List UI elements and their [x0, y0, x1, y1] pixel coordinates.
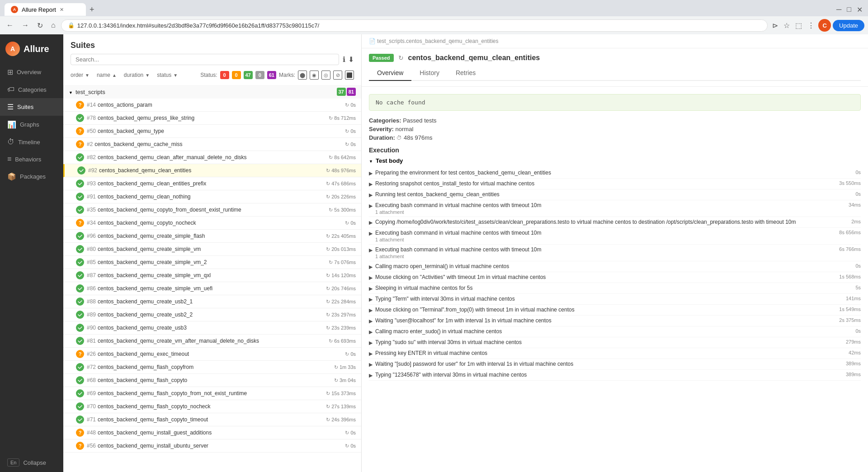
- suite-item[interactable]: ? #2 centos_backend_qemu_cache_miss ↻ 0s: [63, 138, 361, 151]
- forward-button[interactable]: →: [19, 19, 32, 31]
- step-chevron-icon[interactable]: ▶: [369, 230, 373, 236]
- extension-button[interactable]: ⬚: [793, 19, 804, 32]
- suite-item[interactable]: ? #14 centos_actions_param ↻ 0s: [63, 99, 361, 112]
- suite-item[interactable]: #78 centos_backed_qemu_press_like_string…: [63, 112, 361, 125]
- step-chevron-icon[interactable]: ▶: [369, 307, 373, 313]
- timeline-icon: ⏱: [7, 138, 14, 146]
- suite-item[interactable]: #89 centos_backend_qemu_create_usb2_2 ↻ …: [63, 308, 361, 321]
- suite-item[interactable]: #90 centos_backend_qemu_create_usb3 ↻ 23…: [63, 321, 361, 335]
- suite-list: test_scripts 37 81 ? #14 centos_actions_…: [63, 85, 361, 472]
- address-bar[interactable]: 🔒 127.0.0.1:34361/index.html#suites/2d3b…: [61, 19, 768, 32]
- mark-icon-2[interactable]: ◉: [310, 71, 319, 80]
- refresh-icon: ↻: [329, 338, 333, 344]
- step-chevron-icon[interactable]: ▶: [369, 274, 373, 281]
- filter-order[interactable]: order ▼: [71, 72, 90, 78]
- download-button[interactable]: ⬇: [348, 55, 354, 64]
- suite-item[interactable]: #85 centos_backend_qemu_create_simple_vm…: [63, 256, 361, 269]
- mark-icon-3[interactable]: ◎: [321, 71, 330, 80]
- suite-item[interactable]: #70 centos_backend_qemu_flash_copyto_noc…: [63, 400, 361, 413]
- sidebar-item-graphs[interactable]: 📊 Graphs: [0, 116, 63, 133]
- reload-button[interactable]: ↻: [34, 19, 46, 32]
- sidebar-item-timeline[interactable]: ⏱ Timeline: [0, 133, 63, 151]
- suite-item[interactable]: #91 centos_backend_qemu_clean_nothing ↻ …: [63, 190, 361, 203]
- suite-item[interactable]: ? #48 centos_backend_qemu_install_guest_…: [63, 426, 361, 439]
- suite-item[interactable]: ? #34 centos_backend_qemu_copyto_nocheck…: [63, 217, 361, 230]
- step-chevron-icon[interactable]: ▶: [369, 180, 373, 187]
- step-chevron-icon[interactable]: ▶: [369, 246, 373, 253]
- suite-item[interactable]: #88 centos_backend_qemu_create_usb2_1 ↻ …: [63, 295, 361, 308]
- suite-group-test-scripts[interactable]: test_scripts 37 81: [63, 85, 361, 99]
- step-chevron-icon[interactable]: ▶: [369, 296, 373, 302]
- suite-item[interactable]: #93 centos_backend_qemu_clean_entities_p…: [63, 177, 361, 190]
- step-item: ▶ Waiting "[sudo] password for user" for…: [369, 359, 861, 370]
- step-chevron-icon[interactable]: ▶: [369, 285, 373, 292]
- suite-item[interactable]: #82 centos_backend_qemu_clean_after_manu…: [63, 151, 361, 164]
- info-button[interactable]: ℹ: [343, 55, 345, 64]
- suite-item[interactable]: ? #26 centos_backend_qemu_exec_timeout ↻…: [63, 348, 361, 361]
- sidebar-item-overview[interactable]: ⊞ Overview: [0, 63, 63, 81]
- profile-button[interactable]: C: [818, 19, 831, 32]
- suite-item[interactable]: #81 centos_backend_qemu_create_vm_after_…: [63, 335, 361, 348]
- close-window-button[interactable]: ✕: [855, 4, 864, 16]
- filter-duration[interactable]: duration ▼: [124, 72, 150, 78]
- active-tab[interactable]: A Allure Report ✕: [5, 3, 86, 16]
- home-button[interactable]: ⌂: [48, 19, 58, 31]
- suite-item[interactable]: #86 centos_backend_qemu_create_simple_vm…: [63, 282, 361, 295]
- step-chevron-icon[interactable]: ▶: [369, 202, 373, 209]
- sidebar-item-suites[interactable]: ☰ Suites: [0, 98, 63, 116]
- cast-button[interactable]: ⊳: [770, 19, 780, 32]
- step-content: Mouse clicking on "Activities" with time…: [375, 274, 835, 280]
- step-chevron-icon[interactable]: ▶: [369, 219, 373, 226]
- tab-history[interactable]: History: [411, 66, 448, 81]
- suite-item-duration: ↻ 20s 226ms: [326, 194, 356, 200]
- suite-item[interactable]: #71 centos_backend_qemu_flash_copyto_tim…: [63, 413, 361, 426]
- suite-item[interactable]: ? #50 centos_backed_qemu_type ↻ 0s: [63, 125, 361, 138]
- suite-item[interactable]: #96 centos_backend_qemu_create_simple_fl…: [63, 230, 361, 243]
- step-chevron-icon[interactable]: ▶: [369, 317, 373, 324]
- mark-icon-1[interactable]: ⬤: [298, 71, 307, 80]
- new-tab-button[interactable]: +: [86, 5, 98, 14]
- minimize-button[interactable]: ─: [835, 4, 843, 15]
- suite-item[interactable]: #92 centos_backend_qemu_clean_entities ↻…: [63, 164, 361, 177]
- refresh-icon: ↻: [329, 207, 333, 213]
- refresh-icon: ↻: [326, 168, 330, 174]
- suite-item[interactable]: #35 centos_backend_qemu_copyto_from_does…: [63, 203, 361, 217]
- suite-item-duration: ↻ 23s 297ms: [326, 312, 356, 318]
- language-selector[interactable]: En: [7, 458, 19, 467]
- test-body-header[interactable]: Test body: [369, 157, 861, 164]
- step-chevron-icon[interactable]: ▶: [369, 170, 373, 176]
- collapse-button[interactable]: Collapse: [23, 459, 46, 466]
- mark-icon-5[interactable]: ⬛: [345, 71, 354, 80]
- filter-status[interactable]: status ▼: [157, 72, 178, 78]
- suite-item[interactable]: #87 centos_backend_qemu_create_simple_vm…: [63, 269, 361, 282]
- back-button[interactable]: ←: [4, 19, 16, 31]
- step-chevron-icon[interactable]: ▶: [369, 350, 373, 357]
- tab-retries[interactable]: Retries: [448, 66, 484, 81]
- step-chevron-icon[interactable]: ▶: [369, 361, 373, 368]
- tab-overview[interactable]: Overview: [369, 66, 411, 81]
- sidebar-item-behaviors[interactable]: ≡ Behaviors: [0, 151, 63, 168]
- sidebar-item-packages[interactable]: 📦 Packages: [0, 168, 63, 185]
- tab-close-button[interactable]: ✕: [60, 7, 64, 13]
- filter-name[interactable]: name ▲: [97, 72, 117, 78]
- step-chevron-icon[interactable]: ▶: [369, 191, 373, 198]
- filter-name-arrow: ▲: [112, 73, 117, 78]
- suite-item[interactable]: #72 centos_backend_qemu_flash_copyfrom ↻…: [63, 361, 361, 374]
- suite-item-id: #69: [87, 390, 96, 396]
- step-chevron-icon[interactable]: ▶: [369, 339, 373, 346]
- maximize-button[interactable]: □: [845, 4, 853, 15]
- sidebar-item-categories[interactable]: 🏷 Categories: [0, 81, 63, 98]
- bookmark-button[interactable]: ☆: [782, 19, 792, 32]
- search-input[interactable]: [71, 54, 339, 65]
- suite-item[interactable]: ? #56 centos_backend_qemu_install_ubuntu…: [63, 439, 361, 453]
- suite-item[interactable]: #68 centos_backend_qemu_flash_copyto ↻ 3…: [63, 374, 361, 387]
- step-chevron-icon[interactable]: ▶: [369, 263, 373, 270]
- step-chevron-icon[interactable]: ▶: [369, 372, 373, 378]
- update-button[interactable]: Update: [833, 20, 864, 31]
- menu-button[interactable]: ⋮: [806, 19, 816, 32]
- mark-icon-4[interactable]: ⊘: [333, 71, 342, 80]
- step-name: Sleeping in virtual machine centos for 5…: [375, 285, 852, 291]
- suite-item[interactable]: #69 centos_backend_qemu_flash_copyto_fro…: [63, 387, 361, 400]
- step-chevron-icon[interactable]: ▶: [369, 328, 373, 335]
- suite-item[interactable]: #80 centos_backend_qemu_create_simple_vm…: [63, 243, 361, 256]
